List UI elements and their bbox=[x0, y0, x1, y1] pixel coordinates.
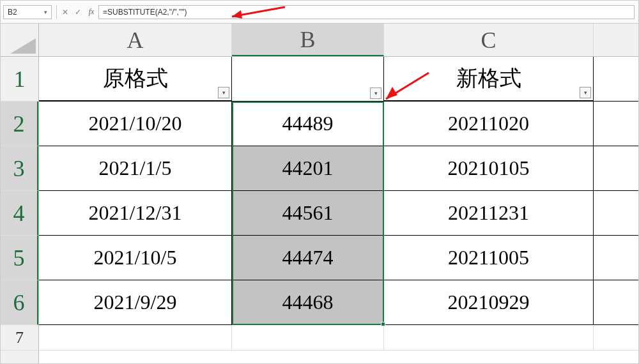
filter-icon[interactable]: ▾ bbox=[580, 87, 591, 98]
cell-B6[interactable]: 44468 bbox=[232, 280, 384, 324]
cell-A2[interactable]: 2021/10/20 bbox=[39, 102, 232, 146]
row-header-1[interactable]: 1 bbox=[1, 57, 38, 102]
cell-A6[interactable]: 2021/9/29 bbox=[39, 280, 232, 324]
column-header-A[interactable]: A bbox=[39, 24, 232, 56]
spreadsheet-grid: A B C 1 2 3 4 5 6 7 原格式 ▾ ▾ 新格式 ▾ bbox=[1, 24, 638, 363]
cell-B7[interactable] bbox=[232, 325, 384, 350]
cell-A3[interactable]: 2021/1/5 bbox=[39, 146, 232, 190]
cell-text: 新格式 bbox=[456, 64, 521, 93]
cell-text: 44468 bbox=[282, 291, 334, 314]
cell-B3[interactable]: 44201 bbox=[232, 146, 384, 190]
cell-text: 20211231 bbox=[448, 201, 529, 225]
cell-text: 20210929 bbox=[448, 291, 530, 314]
table-row: 2021/9/29 44468 20210929 bbox=[39, 280, 638, 325]
cell-C5[interactable]: 20211005 bbox=[384, 236, 594, 280]
cell-B4[interactable]: 44561 bbox=[232, 191, 384, 235]
cell-text: 2021/9/29 bbox=[94, 291, 177, 314]
cell-B1[interactable]: ▾ bbox=[232, 57, 384, 101]
cell-text: 2021/10/20 bbox=[89, 112, 182, 135]
table-row bbox=[39, 325, 638, 351]
table-row: 原格式 ▾ ▾ 新格式 ▾ bbox=[39, 57, 638, 102]
column-header-C[interactable]: C bbox=[384, 24, 594, 56]
cells-area: 原格式 ▾ ▾ 新格式 ▾ 2021/10/20 44489 20211020 … bbox=[39, 57, 638, 363]
row-header-5[interactable]: 5 bbox=[1, 236, 38, 280]
cell-C3[interactable]: 20210105 bbox=[384, 146, 594, 190]
fx-button[interactable]: fx bbox=[84, 7, 98, 17]
row-header-2[interactable]: 2 bbox=[1, 102, 38, 146]
table-row: 2021/1/5 44201 20210105 bbox=[39, 146, 638, 191]
cancel-formula-button[interactable]: ✕ bbox=[59, 5, 72, 19]
separator bbox=[56, 5, 57, 19]
cell-C1[interactable]: 新格式 ▾ bbox=[384, 57, 594, 101]
table-row: 2021/10/20 44489 20211020 bbox=[39, 102, 638, 146]
cell-C4[interactable]: 20211231 bbox=[384, 191, 594, 235]
name-box-value: B2 bbox=[8, 8, 41, 17]
cell-text: 20211005 bbox=[448, 246, 529, 269]
cell-text: 2021/1/5 bbox=[99, 156, 172, 180]
cell-A1[interactable]: 原格式 ▾ bbox=[39, 57, 232, 101]
formula-input[interactable]: =SUBSTITUTE(A2,"/","") bbox=[98, 5, 635, 19]
select-all-corner[interactable] bbox=[1, 24, 39, 57]
formula-text: =SUBSTITUTE(A2,"/","") bbox=[103, 8, 187, 17]
table-row: 2021/12/31 44561 20211231 bbox=[39, 191, 638, 236]
row-header-7[interactable]: 7 bbox=[1, 325, 38, 351]
cell-text: 44474 bbox=[282, 246, 334, 269]
cell-text: 44561 bbox=[282, 201, 334, 225]
row-header-6[interactable]: 6 bbox=[1, 280, 38, 325]
name-box-dropdown-icon[interactable]: ▾ bbox=[41, 9, 47, 15]
cell-B2[interactable]: 44489 bbox=[232, 102, 384, 146]
name-box[interactable]: B2 ▾ bbox=[3, 5, 52, 19]
row-header-3[interactable]: 3 bbox=[1, 146, 38, 191]
confirm-formula-button[interactable]: ✓ bbox=[72, 5, 84, 19]
cell-A5[interactable]: 2021/10/5 bbox=[39, 236, 232, 280]
column-headers: A B C bbox=[39, 24, 638, 57]
cell-text: 44201 bbox=[282, 156, 334, 180]
cell-C2[interactable]: 20211020 bbox=[384, 102, 594, 146]
filter-icon[interactable]: ▾ bbox=[218, 87, 229, 98]
cell-text: 2021/12/31 bbox=[89, 201, 182, 225]
formula-bar: B2 ▾ ✕ ✓ fx =SUBSTITUTE(A2,"/","") bbox=[1, 1, 638, 24]
cell-text: 原格式 bbox=[103, 64, 168, 93]
cell-C7[interactable] bbox=[384, 325, 594, 350]
cell-A4[interactable]: 2021/12/31 bbox=[39, 191, 232, 235]
filter-icon[interactable]: ▾ bbox=[370, 87, 381, 99]
row-headers: 1 2 3 4 5 6 7 bbox=[1, 57, 39, 363]
table-row: 2021/10/5 44474 20211005 bbox=[39, 236, 638, 280]
column-header-B[interactable]: B bbox=[232, 24, 384, 56]
cell-A7[interactable] bbox=[39, 325, 232, 350]
cell-text: 20211020 bbox=[448, 112, 529, 135]
cell-text: 2021/10/5 bbox=[94, 246, 177, 269]
cell-text: 20210105 bbox=[448, 156, 530, 180]
cell-text: 44489 bbox=[282, 112, 334, 135]
cell-C6[interactable]: 20210929 bbox=[384, 280, 594, 324]
cell-B5[interactable]: 44474 bbox=[232, 236, 384, 280]
row-header-4[interactable]: 4 bbox=[1, 191, 38, 236]
